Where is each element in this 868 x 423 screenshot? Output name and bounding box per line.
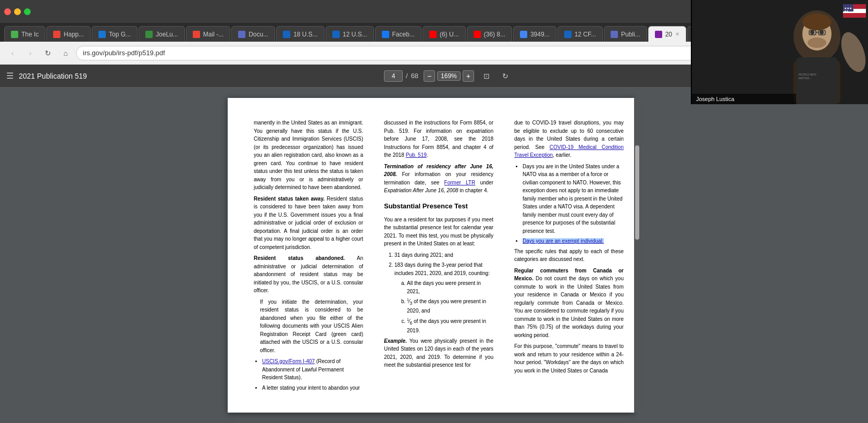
left-heading-1: Resident status taken away. Resident sta… xyxy=(254,195,363,252)
back-button[interactable]: ‹ xyxy=(5,46,20,60)
tab-13-favicon xyxy=(564,31,572,38)
former-ltr-link[interactable]: Former LTR xyxy=(444,180,476,185)
pub-519-link[interactable]: Pub. 519 xyxy=(406,152,427,158)
tab-6[interactable]: Docu... xyxy=(231,26,275,42)
mid-para-1: discussed in the instructions for Form 8… xyxy=(384,119,493,159)
mid-para-3: You are a resident for tax purposes if y… xyxy=(384,216,493,248)
tab-2-label: Happ... xyxy=(64,31,84,38)
covid-medical-link[interactable]: COVID-19 Medical Condition Travel Except… xyxy=(514,144,624,158)
tab-14[interactable]: Publi... xyxy=(604,26,647,42)
svg-text:Joseph Lustica: Joseph Lustica xyxy=(696,96,735,102)
tab-2[interactable]: Happ... xyxy=(46,26,91,42)
tab-7-favicon xyxy=(283,31,290,38)
left-bullet-list: USCIS.gov/Form I-407 (Record of Abandonm… xyxy=(262,357,363,392)
tab-14-favicon xyxy=(611,31,618,38)
pdf-right-column: due to COVID-19 travel disruptions, you … xyxy=(514,119,624,392)
tab-15-close-icon[interactable]: ✕ xyxy=(675,31,679,37)
tab-12-favicon xyxy=(520,31,527,38)
svg-rect-7 xyxy=(843,13,866,18)
svg-rect-1 xyxy=(692,0,868,104)
tab-5-favicon xyxy=(193,31,200,38)
pdf-scrollbar[interactable] xyxy=(634,98,640,413)
forward-button[interactable]: › xyxy=(23,46,38,60)
tab-5-label: Mail -... xyxy=(203,31,224,38)
webcam-video: ★★★ ★★ Joseph Lustica xyxy=(692,0,868,104)
right-para-4: For this purpose, "commute" means to tra… xyxy=(514,342,624,375)
tab-8[interactable]: 12 U.S... xyxy=(326,26,374,42)
tab-12[interactable]: 3949... xyxy=(513,26,556,42)
close-button[interactable] xyxy=(4,8,11,15)
hamburger-menu-icon[interactable]: ☰ xyxy=(6,71,14,81)
left-bullet-2: A letter stating your intent to abandon … xyxy=(262,384,363,392)
tab-15[interactable]: 20 ✕ xyxy=(648,26,686,42)
exempt-individual-link[interactable]: Days you are an exempt individual. xyxy=(523,238,604,244)
svg-rect-19 xyxy=(796,57,838,104)
tab-14-label: Publi... xyxy=(621,31,640,38)
zoom-in-button[interactable]: + xyxy=(463,70,474,82)
tab-11-label: (36) 8... xyxy=(484,31,505,38)
page-total: 68 xyxy=(411,72,418,80)
tab-6-label: Docu... xyxy=(249,31,268,38)
right-bullet-2: Days you are an exempt individual. xyxy=(523,237,624,245)
webcam-inner: ★★★ ★★ Joseph Lustica xyxy=(692,0,868,104)
reload-button[interactable]: ↻ xyxy=(41,46,55,60)
zoom-control: − 169% + xyxy=(424,70,474,82)
pdf-container: manently in the United States as an immi… xyxy=(0,88,868,423)
tab-13[interactable]: 12 CF... xyxy=(557,26,603,42)
tab-11-favicon xyxy=(474,31,481,38)
svg-point-18 xyxy=(802,14,832,30)
content-area: manently in the United States as an immi… xyxy=(0,88,868,423)
mid-ordered-list: 31 days during 2021; and 183 days during… xyxy=(394,251,493,335)
webcam-svg: ★★★ ★★ Joseph Lustica xyxy=(692,0,868,104)
fit-page-button[interactable]: ⊡ xyxy=(479,69,494,83)
tab-10-label: (6) U... xyxy=(440,31,459,38)
tab-12-label: 3949... xyxy=(530,31,550,38)
right-bullet-list: Days you are in the United States under … xyxy=(523,163,624,245)
list-item-2: 183 days during the 3-year period that i… xyxy=(394,261,493,334)
tab-11[interactable]: (36) 8... xyxy=(467,26,512,42)
tab-5[interactable]: Mail -... xyxy=(186,26,230,42)
tab-10-favicon xyxy=(429,31,437,38)
tab-9[interactable]: Faceb... xyxy=(375,26,421,42)
right-para-2: The specific rules that apply to each of… xyxy=(514,247,624,264)
zoom-level: 169% xyxy=(437,71,461,81)
right-para-3: Regular commuters from Canada or Mexico.… xyxy=(514,267,624,340)
left-para-3: If you initiate the determination, your … xyxy=(260,298,363,355)
page-number-input[interactable] xyxy=(384,70,403,82)
svg-text:MATTER...: MATTER... xyxy=(799,77,811,80)
tab-13-label: 12 CF... xyxy=(575,31,596,38)
webcam-overlay: ★★★ ★★ Joseph Lustica xyxy=(691,0,868,104)
list-item-1: 31 days during 2021; and xyxy=(394,251,493,259)
tab-6-favicon xyxy=(238,31,245,38)
home-button[interactable]: ⌂ xyxy=(58,46,73,60)
sub-c: 1⁄6 of the days you were present in 2019… xyxy=(407,317,493,335)
zoom-out-button[interactable]: − xyxy=(424,70,435,82)
tab-4[interactable]: JoeLu... xyxy=(139,26,185,42)
tab-3[interactable]: Top G... xyxy=(92,26,138,42)
minimize-button[interactable] xyxy=(14,8,21,15)
tab-10[interactable]: (6) U... xyxy=(423,26,466,42)
tab-9-label: Faceb... xyxy=(392,31,415,38)
tab-4-favicon xyxy=(145,31,153,38)
left-para-1: manently in the United States as an immi… xyxy=(254,119,363,192)
tab-7[interactable]: 18 U.S... xyxy=(276,26,325,42)
tab-8-label: 12 U.S... xyxy=(343,31,367,38)
sub-b: 1⁄3 of the days you were present in 2020… xyxy=(407,297,493,315)
left-bullet-1: USCIS.gov/Form I-407 (Record of Abandonm… xyxy=(262,357,363,382)
pdf-page: manently in the United States as an immi… xyxy=(228,98,634,413)
page-control: / 68 xyxy=(384,70,418,82)
tab-1[interactable]: The Ic xyxy=(4,26,45,42)
uscis-form-link[interactable]: USCIS.gov/Form I-407 xyxy=(262,358,315,364)
tab-15-favicon xyxy=(655,31,662,38)
substantial-presence-heading: Substantial Presence Test xyxy=(384,201,493,212)
maximize-button[interactable] xyxy=(24,8,31,15)
svg-point-17 xyxy=(808,38,826,48)
tab-1-favicon xyxy=(11,31,18,38)
tab-2-favicon xyxy=(53,31,60,38)
url-bar[interactable]: irs.gov/pub/irs-pdf/p519.pdf xyxy=(76,46,773,60)
pdf-scrollbar-thumb[interactable] xyxy=(635,145,639,240)
rotate-button[interactable]: ↻ xyxy=(498,69,513,83)
right-para-1: due to COVID-19 travel disruptions, you … xyxy=(514,119,624,159)
tab-3-label: Top G... xyxy=(109,31,131,38)
pdf-mid-column: discussed in the instructions for Form 8… xyxy=(384,119,493,392)
